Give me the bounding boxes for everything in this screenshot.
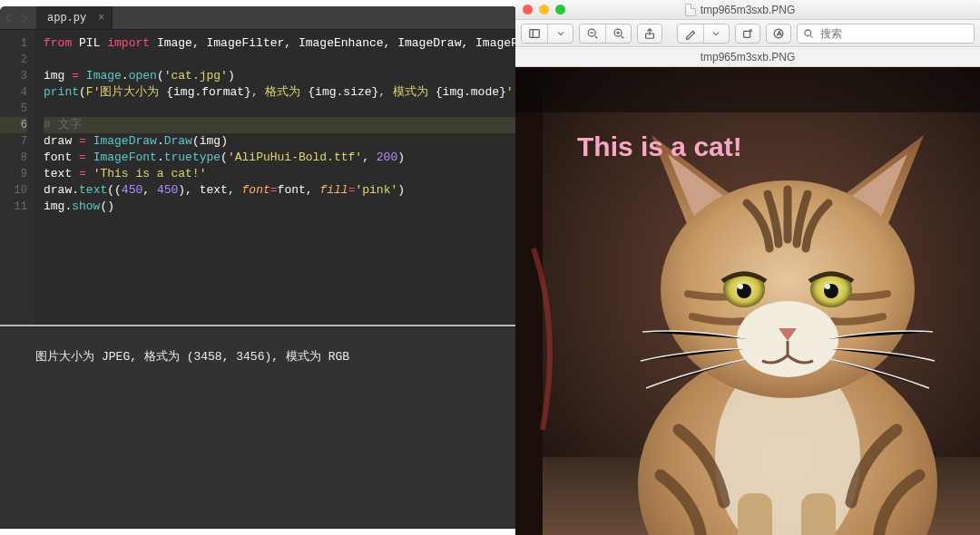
preview-tab[interactable]: tmp965m3sxb.PNG	[515, 47, 980, 67]
code-line[interactable]: font = ImageFont.truetype('AliPuHui-Bold…	[44, 150, 517, 166]
nav-forward-icon[interactable]	[16, 6, 33, 29]
code-line[interactable]: text = 'This is a cat!'	[44, 166, 517, 182]
sidebar-toggle-button[interactable]	[521, 24, 573, 44]
code-line[interactable]: # 文字	[44, 117, 517, 133]
code-line[interactable]: draw = ImageDraw.Draw(img)	[44, 133, 517, 150]
preview-toolbar	[515, 20, 980, 47]
code-line[interactable]: from PIL import Image, ImageFilter, Imag…	[44, 35, 517, 52]
rotate-button[interactable]	[735, 24, 760, 44]
editor-tab-label: app.py	[47, 12, 86, 24]
zoom-in-button[interactable]	[605, 24, 631, 43]
info-button[interactable]	[766, 24, 791, 44]
window-minimize-button[interactable]	[539, 5, 549, 15]
zoom-out-button[interactable]	[580, 24, 605, 43]
markup-button[interactable]	[677, 24, 730, 44]
preview-tab-label: tmp965m3sxb.PNG	[701, 51, 796, 63]
editor-tab-bar: app.py ×	[0, 6, 517, 30]
code-area[interactable]: from PIL import Image, ImageFilter, Imag…	[34, 30, 517, 325]
svg-point-21	[738, 284, 743, 289]
editor-window: app.py × 1234567891011 from PIL import I…	[0, 6, 517, 529]
output-pane: 图片大小为 JPEG, 格式为 (3458, 3456), 模式为 RGB	[0, 326, 517, 528]
window-close-button[interactable]	[523, 5, 533, 15]
code-line[interactable]: img.show()	[44, 199, 517, 215]
output-text: 图片大小为 JPEG, 格式为 (3458, 3456), 模式为 RGB	[35, 350, 349, 364]
svg-point-6	[805, 29, 811, 35]
preview-title-text: tmp965m3sxb.PNG	[701, 4, 796, 16]
code-line[interactable]	[44, 101, 517, 117]
nav-back-icon[interactable]	[0, 6, 16, 29]
code-line[interactable]	[44, 52, 517, 68]
search-icon	[803, 28, 814, 39]
preview-image: This is a cat!	[515, 67, 980, 535]
svg-point-22	[825, 284, 830, 289]
document-icon	[685, 4, 696, 16]
share-button[interactable]	[637, 24, 662, 44]
overlay-text: This is a cat!	[577, 131, 742, 161]
preview-window: tmp965m3sxb.PNG	[515, 0, 980, 535]
search-input[interactable]	[818, 26, 968, 41]
line-number-gutter: 1234567891011	[0, 30, 34, 325]
svg-rect-9	[515, 67, 543, 535]
code-line[interactable]: draw.text((450, 450), text, font=font, f…	[44, 182, 517, 199]
editor-tab[interactable]: app.py ×	[36, 6, 113, 29]
search-field[interactable]	[797, 24, 975, 44]
preview-titlebar: tmp965m3sxb.PNG	[515, 0, 980, 20]
svg-rect-0	[530, 29, 540, 37]
code-line[interactable]: img = Image.open('cat.jpg')	[44, 68, 517, 84]
editor-body: 1234567891011 from PIL import Image, Ima…	[0, 30, 517, 325]
svg-rect-13	[738, 493, 772, 535]
svg-rect-14	[801, 493, 836, 535]
svg-rect-10	[515, 67, 980, 112]
svg-rect-4	[743, 31, 750, 37]
preview-title: tmp965m3sxb.PNG	[556, 4, 924, 16]
close-icon[interactable]: ×	[98, 13, 104, 24]
zoom-controls	[579, 24, 632, 44]
code-line[interactable]: print(F'图片大小为 {img.format}, 格式为 {img.siz…	[44, 84, 517, 101]
